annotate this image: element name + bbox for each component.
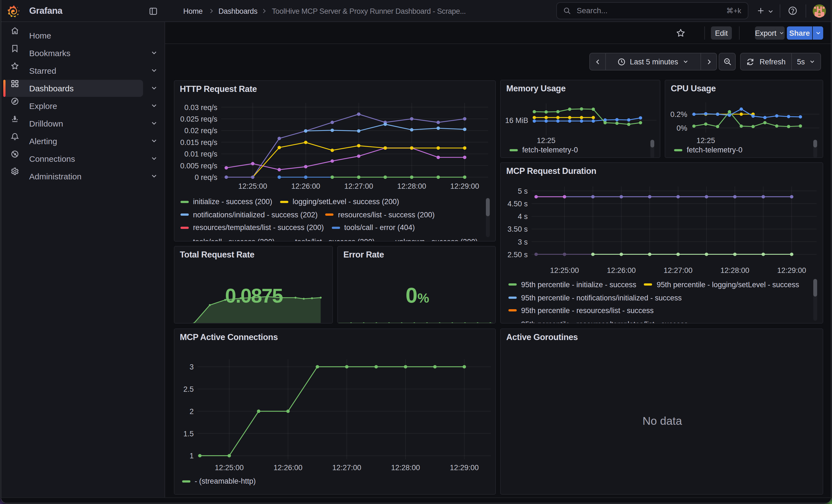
- svg-text:12:29:00: 12:29:00: [449, 463, 478, 472]
- svg-text:1.5: 1.5: [183, 430, 194, 438]
- svg-text:0.02 req/s: 0.02 req/s: [184, 127, 217, 135]
- svg-text:12:26:00: 12:26:00: [291, 182, 320, 190]
- svg-text:12:27:00: 12:27:00: [664, 266, 693, 274]
- svg-text:12:26:00: 12:26:00: [274, 463, 302, 472]
- svg-text:12:27:00: 12:27:00: [344, 182, 373, 190]
- svg-text:12:28:00: 12:28:00: [720, 266, 749, 274]
- svg-text:0%: 0%: [677, 124, 687, 132]
- svg-text:12:25:00: 12:25:00: [238, 182, 267, 190]
- svg-text:1: 1: [189, 452, 193, 460]
- svg-text:2.50 s: 2.50 s: [508, 250, 528, 259]
- svg-text:3: 3: [189, 363, 193, 371]
- svg-text:12:25:00: 12:25:00: [550, 266, 579, 274]
- svg-text:12:29:00: 12:29:00: [450, 182, 479, 190]
- svg-text:12:25:00: 12:25:00: [215, 463, 243, 472]
- svg-text:12:29:00: 12:29:00: [777, 266, 806, 274]
- svg-text:0.03 req/s: 0.03 req/s: [184, 103, 217, 112]
- svg-text:12:28:00: 12:28:00: [391, 463, 420, 472]
- svg-text:3.50 s: 3.50 s: [508, 225, 528, 233]
- svg-text:12:27:00: 12:27:00: [332, 463, 361, 472]
- svg-text:12:25: 12:25: [537, 136, 555, 145]
- svg-text:4 s: 4 s: [518, 212, 528, 221]
- svg-text:0 req/s: 0 req/s: [194, 173, 217, 182]
- svg-text:16 MiB: 16 MiB: [505, 116, 528, 125]
- svg-text:0.005 req/s: 0.005 req/s: [180, 162, 217, 170]
- svg-text:12:28:00: 12:28:00: [397, 182, 426, 190]
- svg-text:4.50 s: 4.50 s: [508, 200, 528, 208]
- svg-text:0.01 req/s: 0.01 req/s: [184, 150, 217, 158]
- svg-text:0.025 req/s: 0.025 req/s: [180, 115, 217, 123]
- svg-text:2.5: 2.5: [183, 385, 194, 393]
- svg-text:5 s: 5 s: [518, 187, 528, 195]
- svg-text:12:26:00: 12:26:00: [607, 266, 636, 274]
- svg-text:2: 2: [189, 407, 193, 416]
- svg-text:0.015 req/s: 0.015 req/s: [180, 138, 217, 147]
- svg-text:12:25: 12:25: [696, 136, 715, 145]
- svg-text:0.2%: 0.2%: [670, 110, 687, 118]
- svg-text:3 s: 3 s: [518, 238, 528, 246]
